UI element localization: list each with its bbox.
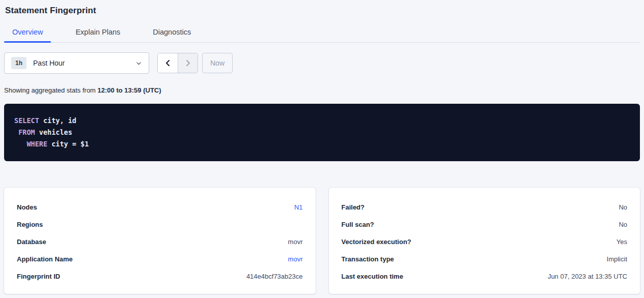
sql-line: FROM vehicles — [14, 127, 630, 138]
info-row-application-name: Application Name movr — [17, 250, 303, 267]
time-range-dropdown[interactable]: 1h Past Hour — [4, 52, 149, 74]
page-title: Statement Fingerprint — [4, 0, 640, 15]
statement-fingerprint-page: Statement Fingerprint Overview Explain P… — [0, 0, 644, 294]
sql-keyword: SELECT — [14, 116, 39, 125]
row-label: Nodes — [17, 203, 37, 211]
info-row-full-scan: Full scan? No — [342, 216, 628, 233]
row-value: No — [619, 203, 627, 211]
next-interval-button[interactable] — [178, 53, 198, 73]
time-step-buttons — [157, 53, 198, 73]
time-toolbar: 1h Past Hour Now — [4, 52, 640, 74]
chevron-left-icon — [164, 59, 172, 67]
stats-time-range: 12:00 to 13:59 (UTC) — [98, 86, 161, 94]
sql-line: WHERE city = $1 — [14, 138, 630, 150]
row-value: Jun 07, 2023 at 13:35 UTC — [548, 273, 627, 280]
statement-details-card: Nodes N1 Regions Database movr Applicati… — [4, 188, 316, 294]
chevron-right-icon — [184, 59, 192, 67]
chevron-down-icon — [135, 60, 142, 67]
row-label: Application Name — [17, 255, 73, 263]
info-row-regions: Regions — [17, 216, 303, 233]
row-value: movr — [288, 238, 303, 246]
row-label: Database — [17, 238, 46, 246]
info-row-transaction-type: Transaction type Implicit — [342, 250, 628, 267]
row-label: Last execution time — [342, 273, 403, 280]
sql-text: city = $1 — [47, 140, 89, 148]
info-row-database: Database movr — [17, 233, 303, 250]
tab-diagnostics[interactable]: Diagnostics — [145, 23, 199, 42]
time-range-label: Past Hour — [33, 59, 135, 67]
row-label: Failed? — [342, 203, 365, 211]
row-label: Transaction type — [342, 255, 394, 263]
row-label: Fingerprint ID — [17, 273, 60, 280]
row-value: Yes — [617, 238, 627, 246]
stats-prefix: Showing aggregated stats from — [4, 86, 98, 94]
tab-bar: Overview Explain Plans Diagnostics — [4, 23, 640, 43]
info-row-last-execution-time: Last execution time Jun 07, 2023 at 13:3… — [342, 267, 628, 285]
nodes-link[interactable]: N1 — [294, 203, 303, 211]
now-button[interactable]: Now — [202, 53, 233, 73]
info-row-failed: Failed? No — [342, 198, 628, 216]
tab-overview[interactable]: Overview — [4, 23, 51, 42]
row-label: Full scan? — [342, 221, 374, 228]
info-row-nodes: Nodes N1 — [17, 198, 303, 216]
sql-keyword: FROM — [18, 128, 35, 136]
info-row-fingerprint-id: Fingerprint ID 414e4bcf73ab23ce — [17, 267, 303, 285]
sql-text: city, id — [39, 116, 76, 125]
info-row-vectorized-execution: Vectorized execution? Yes — [342, 233, 628, 250]
time-interval-badge: 1h — [11, 57, 26, 69]
sql-statement-box: SELECT city, id FROM vehicles WHERE city… — [4, 104, 640, 161]
previous-interval-button[interactable] — [158, 53, 178, 73]
row-label: Regions — [17, 221, 43, 228]
application-name-link[interactable]: movr — [288, 255, 303, 263]
row-label: Vectorized execution? — [342, 238, 411, 246]
execution-attributes-card: Failed? No Full scan? No Vectorized exec… — [329, 188, 640, 294]
tab-explain-plans[interactable]: Explain Plans — [67, 23, 128, 42]
aggregated-stats-summary: Showing aggregated stats from 12:00 to 1… — [4, 86, 640, 94]
info-cards: Nodes N1 Regions Database movr Applicati… — [4, 188, 640, 294]
row-value: No — [619, 221, 627, 228]
sql-line: SELECT city, id — [14, 115, 630, 127]
row-value: Implicit — [607, 255, 627, 263]
sql-keyword: WHERE — [26, 140, 47, 148]
sql-text: vehicles — [35, 128, 72, 136]
row-value: 414e4bcf73ab23ce — [246, 273, 303, 280]
